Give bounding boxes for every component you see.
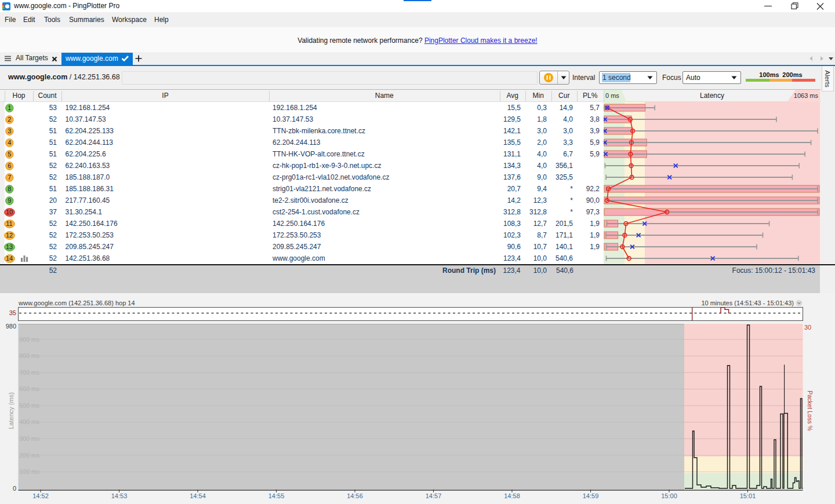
svg-text:Latency (ms): Latency (ms) — [8, 392, 14, 429]
svg-text:14:57: 14:57 — [426, 492, 442, 499]
svg-text:980: 980 — [6, 323, 16, 330]
svg-text:800 ms: 800 ms — [20, 352, 39, 359]
svg-text:15:00: 15:00 — [661, 492, 677, 499]
svg-text:500 ms: 500 ms — [20, 402, 39, 409]
svg-text:300 ms: 300 ms — [20, 435, 39, 442]
svg-text:900 ms: 900 ms — [20, 336, 39, 343]
svg-text:14:53: 14:53 — [111, 492, 128, 499]
svg-text:14:55: 14:55 — [268, 492, 285, 499]
svg-text:200 ms: 200 ms — [20, 452, 39, 459]
svg-text:30: 30 — [804, 324, 811, 331]
svg-text:400 ms: 400 ms — [20, 418, 39, 425]
svg-text:14:54: 14:54 — [190, 492, 206, 499]
svg-text:600 ms: 600 ms — [20, 385, 39, 392]
svg-text:Packet Loss %: Packet Loss % — [807, 390, 814, 430]
svg-text:14:58: 14:58 — [504, 492, 520, 499]
svg-text:14:56: 14:56 — [347, 492, 363, 499]
svg-text:0: 0 — [13, 485, 16, 492]
svg-text:100 ms: 100 ms — [20, 468, 39, 475]
svg-text:700 ms: 700 ms — [20, 369, 39, 376]
svg-text:15:01: 15:01 — [740, 492, 756, 499]
svg-text:14:52: 14:52 — [32, 492, 49, 499]
svg-text:14:59: 14:59 — [583, 492, 599, 499]
